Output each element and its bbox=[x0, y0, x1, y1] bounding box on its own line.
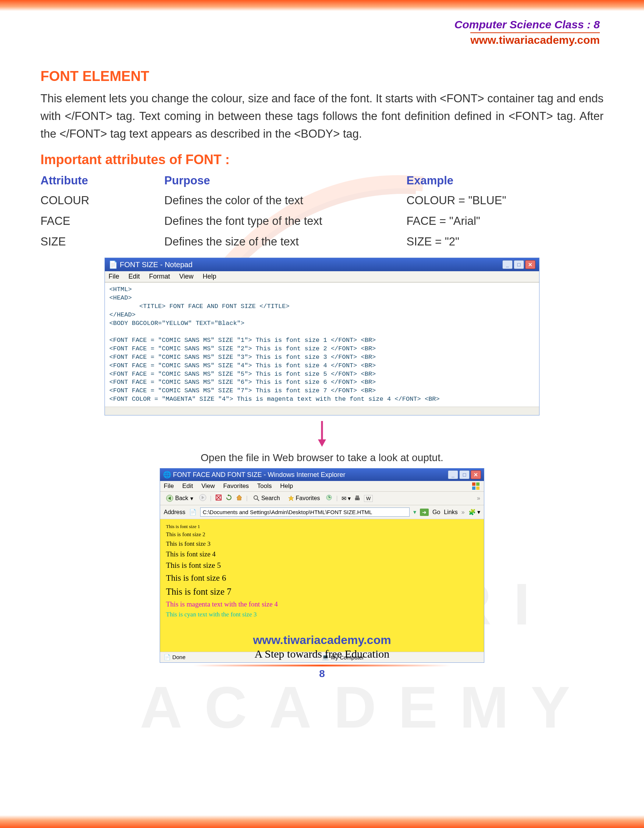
refresh-button[interactable] bbox=[226, 494, 232, 502]
menu-format[interactable]: Format bbox=[149, 273, 170, 280]
table-row: FACEDefines the font type of the textFAC… bbox=[41, 211, 603, 232]
search-button[interactable]: Search bbox=[251, 494, 282, 502]
menu-tools[interactable]: Tools bbox=[257, 483, 272, 489]
output-line-cyan: This is cyan text with the font size 3 bbox=[166, 610, 478, 619]
col-example: Example bbox=[406, 171, 603, 190]
close-button[interactable]: ✕ bbox=[471, 470, 481, 479]
ie-viewport: This is font size 1 This is font size 2 … bbox=[160, 519, 484, 652]
footer-tagline: A Step towards free Education bbox=[0, 648, 644, 660]
back-button[interactable]: Back ▾ bbox=[164, 494, 196, 503]
svg-rect-4 bbox=[472, 486, 475, 490]
ie-title-text: FONT FACE AND FONT SIZE - Windows Intern… bbox=[173, 471, 448, 479]
notepad-titlebar[interactable]: 📄 FONT SIZE - Notepad _ □ ✕ bbox=[105, 258, 539, 271]
output-line: This is font size 2 bbox=[166, 530, 478, 539]
ie-icon: 🌐 bbox=[163, 470, 171, 479]
stop-button[interactable] bbox=[215, 494, 222, 502]
print-button[interactable]: 🖶 bbox=[354, 495, 360, 502]
menu-file[interactable]: File bbox=[164, 483, 174, 489]
menu-file[interactable]: File bbox=[108, 273, 119, 280]
home-button[interactable] bbox=[236, 494, 243, 502]
scrollbar-horizontal[interactable] bbox=[105, 407, 539, 415]
section-body: This element lets you change the colour,… bbox=[41, 90, 603, 143]
svg-marker-13 bbox=[227, 494, 229, 496]
svg-marker-14 bbox=[237, 495, 242, 500]
header-title: Computer Science Class : 8 bbox=[0, 19, 600, 31]
forward-button[interactable] bbox=[199, 494, 207, 503]
svg-line-16 bbox=[257, 499, 259, 501]
svg-rect-5 bbox=[476, 486, 479, 490]
page-number: 8 bbox=[0, 668, 644, 680]
footer-divider bbox=[193, 665, 451, 666]
output-line: This is font size 4 bbox=[166, 549, 478, 559]
notepad-window: 📄 FONT SIZE - Notepad _ □ ✕ File Edit Fo… bbox=[105, 257, 539, 416]
page-icon: 📄 bbox=[189, 508, 196, 516]
menu-view[interactable]: View bbox=[179, 273, 194, 280]
attributes-table: Attribute Purpose Example COLOURDefines … bbox=[41, 171, 603, 252]
svg-rect-2 bbox=[472, 483, 475, 486]
minimize-button[interactable]: _ bbox=[502, 260, 512, 269]
notepad-icon: 📄 bbox=[108, 260, 118, 269]
output-line: This is font size 7 bbox=[166, 585, 478, 599]
arrow-down-icon bbox=[0, 421, 644, 448]
dropdown-icon[interactable]: ▾ bbox=[413, 508, 416, 516]
col-purpose: Purpose bbox=[165, 171, 407, 190]
menu-edit[interactable]: Edit bbox=[182, 483, 193, 489]
edit-button[interactable]: W bbox=[364, 495, 373, 502]
menu-view[interactable]: View bbox=[201, 483, 215, 489]
page-footer: www.tiwariacademy.com A Step towards fre… bbox=[0, 634, 644, 680]
page-header: Computer Science Class : 8 www.tiwariaca… bbox=[0, 11, 644, 46]
close-button[interactable]: ✕ bbox=[525, 260, 536, 269]
ie-titlebar[interactable]: 🌐 FONT FACE AND FONT SIZE - Windows Inte… bbox=[160, 469, 484, 481]
ie-toolbar: Back ▾ | | Search Favorites | ✉ ▾ 🖶 W » bbox=[160, 492, 484, 505]
menu-edit[interactable]: Edit bbox=[128, 273, 140, 280]
mail-button[interactable]: ✉ ▾ bbox=[342, 495, 351, 502]
svg-point-15 bbox=[254, 496, 258, 499]
caption-text: Open the file in Web browser to take a l… bbox=[0, 452, 644, 464]
svg-marker-1 bbox=[318, 439, 326, 447]
minimize-button[interactable]: _ bbox=[448, 470, 458, 479]
output-line: This is font size 5 bbox=[166, 559, 478, 571]
address-label: Address bbox=[164, 509, 185, 516]
output-line-magenta: This is magenta text with the font size … bbox=[166, 599, 478, 609]
notepad-title-text: FONT SIZE - Notepad bbox=[120, 260, 502, 269]
links-label[interactable]: Links bbox=[444, 509, 458, 516]
svg-rect-3 bbox=[476, 483, 479, 486]
table-row: COLOURDefines the color of the textCOLOU… bbox=[41, 190, 603, 211]
windows-logo-icon bbox=[472, 482, 480, 491]
toolbar-extra-icon[interactable]: 🧩 ▾ bbox=[469, 508, 480, 516]
section-title-font-element: FONT ELEMENT bbox=[41, 69, 603, 84]
section-title-attributes: Important attributes of FONT : bbox=[41, 152, 603, 168]
output-line: This is font size 6 bbox=[166, 571, 478, 585]
notepad-menu: File Edit Format View Help bbox=[105, 271, 539, 282]
footer-url: www.tiwariacademy.com bbox=[0, 634, 644, 647]
favorites-button[interactable]: Favorites bbox=[286, 494, 322, 502]
header-url: www.tiwariacademy.com bbox=[470, 32, 600, 46]
watermark-text-2: ACADEMY bbox=[140, 673, 592, 741]
col-attribute: Attribute bbox=[41, 171, 165, 190]
table-row: SIZEDefines the size of the textSIZE = "… bbox=[41, 232, 603, 252]
menu-favorites[interactable]: Favorites bbox=[223, 483, 249, 489]
notepad-body[interactable]: <HTML> <HEAD> <TITLE> FONT FACE AND FONT… bbox=[105, 282, 539, 407]
maximize-button[interactable]: □ bbox=[459, 470, 470, 479]
go-button[interactable]: ➜ bbox=[420, 508, 429, 516]
output-line: This is font size 3 bbox=[166, 539, 478, 549]
menu-help[interactable]: Help bbox=[203, 273, 216, 280]
ie-menu: File Edit View Favorites Tools Help bbox=[160, 481, 484, 492]
address-input[interactable] bbox=[200, 508, 410, 517]
maximize-button[interactable]: □ bbox=[514, 260, 524, 269]
output-line: This is font size 1 bbox=[166, 523, 478, 530]
ie-addressbar: Address 📄 ▾ ➜Go Links» 🧩 ▾ bbox=[160, 505, 484, 519]
menu-help[interactable]: Help bbox=[280, 483, 293, 489]
svg-marker-17 bbox=[288, 496, 294, 501]
top-gradient bbox=[0, 0, 644, 11]
history-button[interactable] bbox=[326, 494, 332, 502]
bottom-gradient bbox=[0, 815, 644, 828]
